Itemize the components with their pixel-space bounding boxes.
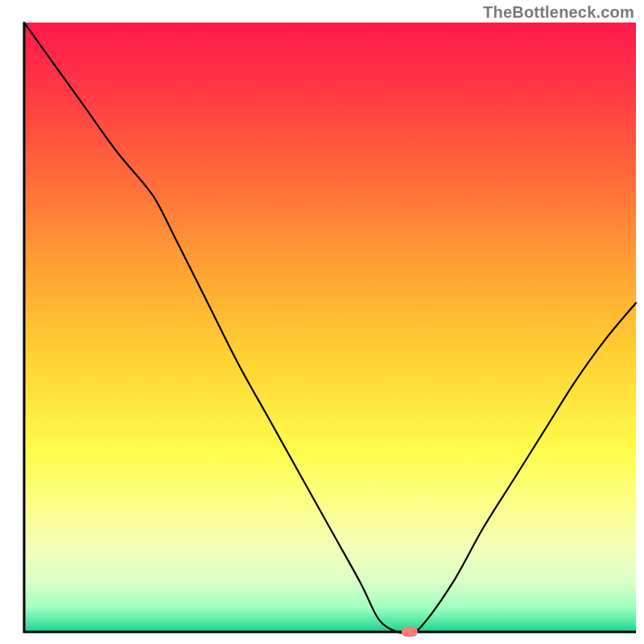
bottleneck-curve-chart (0, 0, 644, 644)
optimum-marker (402, 627, 418, 637)
chart-container: { "attribution": "TheBottleneck.com", "c… (0, 0, 644, 644)
plot-background (24, 23, 636, 632)
